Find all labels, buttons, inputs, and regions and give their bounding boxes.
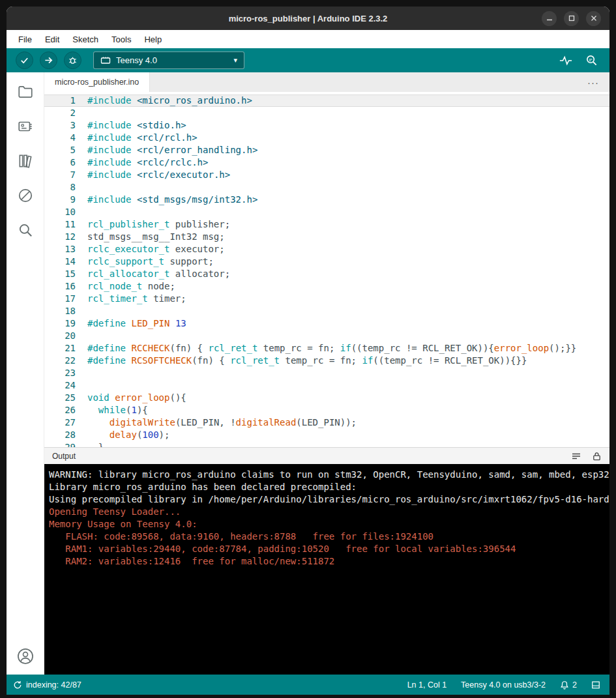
code-line[interactable]: 23	[44, 367, 609, 379]
close-icon	[590, 14, 598, 22]
upload-button[interactable]	[40, 51, 57, 69]
line-number: 14	[44, 255, 76, 268]
code-line[interactable]: 12std_msgs__msg__Int32 msg;	[44, 231, 609, 243]
line-number: 19	[44, 317, 76, 330]
code-line[interactable]: 17rcl_timer_t timer;	[44, 293, 609, 305]
sidebar-item-library-manager[interactable]	[16, 152, 35, 170]
menubar: FileEditSketchToolsHelp	[7, 30, 609, 48]
code-text: #include <std_msgs/msg/int32.h>	[76, 194, 257, 206]
code-line[interactable]: 9#include <std_msgs/msg/int32.h>	[44, 194, 609, 206]
code-text: void error_loop(){	[76, 392, 186, 404]
code-text: rcl_node_t node;	[76, 280, 175, 293]
tab-overflow-menu[interactable]: ···	[587, 72, 609, 92]
code-line[interactable]: 5#include <rcl/error_handling.h>	[44, 144, 609, 156]
output-title: Output	[52, 452, 76, 461]
sidebar-item-sketchbook[interactable]	[16, 83, 35, 101]
code-line[interactable]: 1#include <micro_ros_arduino.h>	[44, 95, 609, 107]
line-number: 29	[44, 441, 76, 447]
line-number: 26	[44, 404, 76, 416]
code-line[interactable]: 14rclc_support_t support;	[44, 255, 609, 268]
debug-bug-icon	[68, 55, 78, 65]
sidebar-item-search[interactable]	[16, 221, 35, 239]
serial-monitor-icon[interactable]	[585, 54, 598, 66]
code-line[interactable]: 8	[44, 181, 609, 194]
output-line: WARNING: library micro_ros_arduino claim…	[49, 469, 609, 481]
line-number: 5	[44, 144, 76, 156]
notifications[interactable]: 2	[560, 680, 577, 690]
board-port-status[interactable]: Teensy 4.0 on usb3/3-2	[461, 680, 546, 690]
code-line[interactable]: 4#include <rcl/rcl.h>	[44, 132, 609, 144]
sidebar-item-boards-manager[interactable]	[16, 117, 35, 136]
minimize-button[interactable]	[542, 11, 557, 26]
cursor-position[interactable]: Ln 1, Col 1	[407, 680, 447, 690]
maximize-button[interactable]	[564, 11, 579, 26]
code-line[interactable]: 25void error_loop(){	[44, 392, 609, 404]
code-line[interactable]: 18	[44, 305, 609, 317]
autoscroll-lock-icon[interactable]	[592, 451, 602, 461]
line-number: 16	[44, 280, 76, 293]
folder-icon	[17, 83, 34, 100]
close-button[interactable]	[586, 11, 601, 26]
code-line[interactable]: 3#include <stdio.h>	[44, 119, 609, 132]
board-icon	[100, 56, 111, 65]
code-text	[76, 206, 87, 218]
code-line[interactable]: 28 delay(100);	[44, 429, 609, 441]
code-text	[76, 107, 87, 119]
menu-tools[interactable]: Tools	[105, 30, 138, 48]
clear-output-icon[interactable]	[571, 451, 581, 461]
code-line[interactable]: 24	[44, 379, 609, 392]
code-editor[interactable]: 1#include <micro_ros_arduino.h>23#includ…	[44, 92, 609, 447]
menu-edit[interactable]: Edit	[38, 30, 66, 48]
code-line[interactable]: 2	[44, 107, 609, 119]
code-line[interactable]: 7#include <rclc/executor.h>	[44, 169, 609, 181]
code-line[interactable]: 20	[44, 330, 609, 342]
tab-sketch[interactable]: micro-ros_publisher.ino	[44, 72, 150, 92]
code-text: rcl_publisher_t publisher;	[76, 218, 230, 231]
verify-button[interactable]	[16, 51, 33, 69]
sidebar-item-debug[interactable]	[16, 186, 35, 205]
code-line[interactable]: 29 }	[44, 441, 609, 447]
code-line[interactable]: 26 while(1){	[44, 404, 609, 416]
line-number: 1	[44, 95, 76, 107]
board-selector[interactable]: Teensy 4.0 ▾	[93, 51, 244, 69]
board-selector-label: Teensy 4.0	[116, 55, 157, 65]
line-number: 15	[44, 268, 76, 280]
code-line[interactable]: 15rcl_allocator_t allocator;	[44, 268, 609, 280]
menu-sketch[interactable]: Sketch	[66, 30, 105, 48]
code-line[interactable]: 6#include <rclc/rclc.h>	[44, 156, 609, 169]
code-text: #define RCCHECK(fn) { rcl_ret_t temp_rc …	[76, 342, 576, 355]
debug-button[interactable]	[64, 51, 81, 69]
panel-toggle-icon[interactable]	[591, 680, 600, 690]
arduino-ide-window: micro-ros_publisher | Arduino IDE 2.3.2 …	[7, 7, 609, 695]
boards-manager-icon	[17, 118, 34, 135]
line-number: 20	[44, 330, 76, 342]
code-line[interactable]: 19#define LED_PIN 13	[44, 317, 609, 330]
maximize-icon	[568, 14, 576, 22]
check-icon	[20, 55, 29, 65]
line-number: 17	[44, 293, 76, 305]
code-line[interactable]: 10	[44, 206, 609, 218]
code-line[interactable]: 21#define RCCHECK(fn) { rcl_ret_t temp_r…	[44, 342, 609, 355]
code-text: rclc_executor_t executor;	[76, 243, 225, 255]
desktop-background: micro-ros_publisher | Arduino IDE 2.3.2 …	[0, 0, 616, 698]
code-text: #include <rcl/error_handling.h>	[76, 144, 257, 156]
statusbar-right: Ln 1, Col 1 Teensy 4.0 on usb3/3-2 2	[407, 680, 609, 690]
code-text: #include <rclc/rclc.h>	[76, 156, 208, 169]
line-number: 6	[44, 156, 76, 169]
sidebar-item-account[interactable]	[16, 647, 35, 665]
indexing-status: indexing: 42/87	[7, 680, 81, 690]
code-line[interactable]: 22#define RCSOFTCHECK(fn) { rcl_ret_t te…	[44, 355, 609, 367]
code-text: delay(100);	[76, 429, 169, 441]
code-text	[76, 305, 87, 317]
line-number: 27	[44, 416, 76, 429]
code-line[interactable]: 27 digitalWrite(LED_PIN, !digitalRead(LE…	[44, 416, 609, 429]
serial-plotter-icon[interactable]	[559, 55, 572, 66]
menu-help[interactable]: Help	[138, 30, 168, 48]
titlebar[interactable]: micro-ros_publisher | Arduino IDE 2.3.2	[7, 7, 609, 30]
code-line[interactable]: 16rcl_node_t node;	[44, 280, 609, 293]
code-line[interactable]: 13rclc_executor_t executor;	[44, 243, 609, 255]
code-line[interactable]: 11rcl_publisher_t publisher;	[44, 218, 609, 231]
output-console[interactable]: WARNING: library micro_ros_arduino claim…	[44, 464, 609, 675]
code-text: #include <stdio.h>	[76, 119, 186, 132]
menu-file[interactable]: File	[12, 30, 38, 48]
